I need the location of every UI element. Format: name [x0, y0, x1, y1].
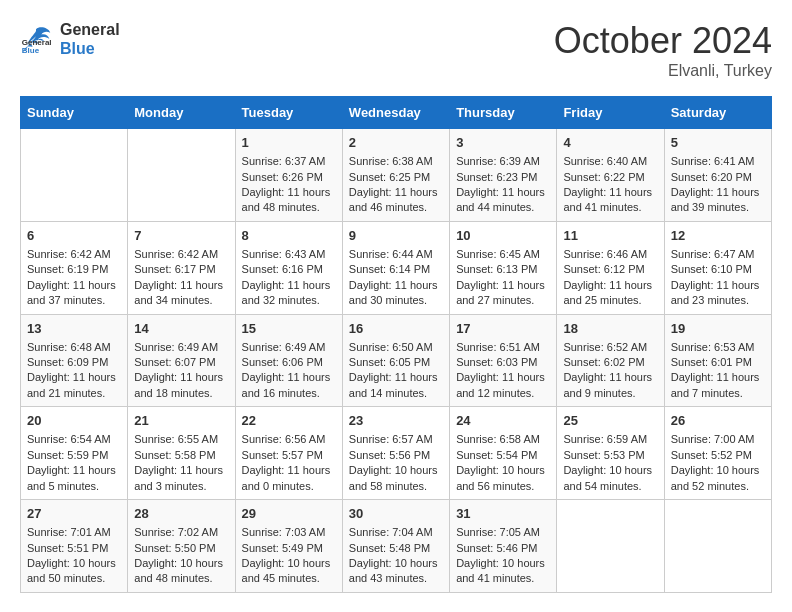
sunset: Sunset: 6:02 PM	[563, 356, 644, 368]
sunset: Sunset: 6:26 PM	[242, 171, 323, 183]
daylight: Daylight: 11 hours and 46 minutes.	[349, 186, 438, 213]
day-number: 19	[671, 320, 765, 338]
day-number: 25	[563, 412, 657, 430]
daylight: Daylight: 11 hours and 48 minutes.	[242, 186, 331, 213]
svg-text:Blue: Blue	[22, 46, 40, 53]
daylight: Daylight: 10 hours and 58 minutes.	[349, 464, 438, 491]
day-number: 6	[27, 227, 121, 245]
sunrise: Sunrise: 6:58 AM	[456, 433, 540, 445]
day-number: 17	[456, 320, 550, 338]
calendar-cell: 16Sunrise: 6:50 AMSunset: 6:05 PMDayligh…	[342, 314, 449, 407]
calendar-cell: 15Sunrise: 6:49 AMSunset: 6:06 PMDayligh…	[235, 314, 342, 407]
sunset: Sunset: 6:17 PM	[134, 263, 215, 275]
sunset: Sunset: 6:07 PM	[134, 356, 215, 368]
day-number: 24	[456, 412, 550, 430]
sunrise: Sunrise: 6:40 AM	[563, 155, 647, 167]
day-number: 16	[349, 320, 443, 338]
day-number: 10	[456, 227, 550, 245]
day-number: 20	[27, 412, 121, 430]
calendar-cell: 25Sunrise: 6:59 AMSunset: 5:53 PMDayligh…	[557, 407, 664, 500]
calendar-cell: 12Sunrise: 6:47 AMSunset: 6:10 PMDayligh…	[664, 221, 771, 314]
sunrise: Sunrise: 7:05 AM	[456, 526, 540, 538]
sunrise: Sunrise: 7:01 AM	[27, 526, 111, 538]
calendar-cell: 19Sunrise: 6:53 AMSunset: 6:01 PMDayligh…	[664, 314, 771, 407]
daylight: Daylight: 11 hours and 0 minutes.	[242, 464, 331, 491]
daylight: Daylight: 11 hours and 41 minutes.	[563, 186, 652, 213]
sunrise: Sunrise: 6:41 AM	[671, 155, 755, 167]
calendar-cell: 9Sunrise: 6:44 AMSunset: 6:14 PMDaylight…	[342, 221, 449, 314]
sunrise: Sunrise: 7:02 AM	[134, 526, 218, 538]
calendar-cell: 11Sunrise: 6:46 AMSunset: 6:12 PMDayligh…	[557, 221, 664, 314]
sunrise: Sunrise: 6:48 AM	[27, 341, 111, 353]
daylight: Daylight: 11 hours and 39 minutes.	[671, 186, 760, 213]
calendar-cell: 30Sunrise: 7:04 AMSunset: 5:48 PMDayligh…	[342, 500, 449, 593]
sunrise: Sunrise: 6:42 AM	[27, 248, 111, 260]
sunset: Sunset: 5:57 PM	[242, 449, 323, 461]
calendar-cell: 22Sunrise: 6:56 AMSunset: 5:57 PMDayligh…	[235, 407, 342, 500]
daylight: Daylight: 10 hours and 48 minutes.	[134, 557, 223, 584]
sunset: Sunset: 6:14 PM	[349, 263, 430, 275]
calendar-cell: 1Sunrise: 6:37 AMSunset: 6:26 PMDaylight…	[235, 129, 342, 222]
day-number: 28	[134, 505, 228, 523]
daylight: Daylight: 10 hours and 50 minutes.	[27, 557, 116, 584]
day-number: 15	[242, 320, 336, 338]
calendar-cell: 26Sunrise: 7:00 AMSunset: 5:52 PMDayligh…	[664, 407, 771, 500]
daylight: Daylight: 11 hours and 25 minutes.	[563, 279, 652, 306]
sunset: Sunset: 5:50 PM	[134, 542, 215, 554]
day-number: 21	[134, 412, 228, 430]
day-number: 8	[242, 227, 336, 245]
calendar-cell	[128, 129, 235, 222]
sunrise: Sunrise: 6:51 AM	[456, 341, 540, 353]
daylight: Daylight: 11 hours and 12 minutes.	[456, 371, 545, 398]
sunset: Sunset: 5:51 PM	[27, 542, 108, 554]
calendar-cell: 21Sunrise: 6:55 AMSunset: 5:58 PMDayligh…	[128, 407, 235, 500]
sunset: Sunset: 6:01 PM	[671, 356, 752, 368]
sunrise: Sunrise: 7:04 AM	[349, 526, 433, 538]
calendar-cell: 24Sunrise: 6:58 AMSunset: 5:54 PMDayligh…	[450, 407, 557, 500]
calendar-cell	[664, 500, 771, 593]
day-number: 1	[242, 134, 336, 152]
day-number: 9	[349, 227, 443, 245]
calendar-cell: 18Sunrise: 6:52 AMSunset: 6:02 PMDayligh…	[557, 314, 664, 407]
sunrise: Sunrise: 6:44 AM	[349, 248, 433, 260]
sunset: Sunset: 5:48 PM	[349, 542, 430, 554]
sunset: Sunset: 6:22 PM	[563, 171, 644, 183]
sunset: Sunset: 5:59 PM	[27, 449, 108, 461]
calendar-cell: 13Sunrise: 6:48 AMSunset: 6:09 PMDayligh…	[21, 314, 128, 407]
sunrise: Sunrise: 6:50 AM	[349, 341, 433, 353]
daylight: Daylight: 11 hours and 5 minutes.	[27, 464, 116, 491]
sunset: Sunset: 6:16 PM	[242, 263, 323, 275]
col-header-monday: Monday	[128, 97, 235, 129]
daylight: Daylight: 11 hours and 23 minutes.	[671, 279, 760, 306]
col-header-tuesday: Tuesday	[235, 97, 342, 129]
sunset: Sunset: 5:49 PM	[242, 542, 323, 554]
calendar-cell: 28Sunrise: 7:02 AMSunset: 5:50 PMDayligh…	[128, 500, 235, 593]
logo-bird-icon: General Blue	[20, 25, 52, 53]
daylight: Daylight: 11 hours and 30 minutes.	[349, 279, 438, 306]
calendar-cell: 29Sunrise: 7:03 AMSunset: 5:49 PMDayligh…	[235, 500, 342, 593]
sunset: Sunset: 6:13 PM	[456, 263, 537, 275]
sunset: Sunset: 6:23 PM	[456, 171, 537, 183]
day-number: 31	[456, 505, 550, 523]
calendar-cell	[21, 129, 128, 222]
sunrise: Sunrise: 6:37 AM	[242, 155, 326, 167]
daylight: Daylight: 10 hours and 43 minutes.	[349, 557, 438, 584]
calendar-cell: 20Sunrise: 6:54 AMSunset: 5:59 PMDayligh…	[21, 407, 128, 500]
sunset: Sunset: 5:56 PM	[349, 449, 430, 461]
col-header-wednesday: Wednesday	[342, 97, 449, 129]
sunrise: Sunrise: 6:52 AM	[563, 341, 647, 353]
sunset: Sunset: 5:46 PM	[456, 542, 537, 554]
sunrise: Sunrise: 6:38 AM	[349, 155, 433, 167]
col-header-saturday: Saturday	[664, 97, 771, 129]
page-header: General Blue General Blue October 2024 E…	[20, 20, 772, 80]
day-number: 14	[134, 320, 228, 338]
sunrise: Sunrise: 6:49 AM	[242, 341, 326, 353]
day-number: 18	[563, 320, 657, 338]
day-number: 30	[349, 505, 443, 523]
sunrise: Sunrise: 6:46 AM	[563, 248, 647, 260]
sunset: Sunset: 5:58 PM	[134, 449, 215, 461]
daylight: Daylight: 11 hours and 9 minutes.	[563, 371, 652, 398]
daylight: Daylight: 11 hours and 3 minutes.	[134, 464, 223, 491]
col-header-thursday: Thursday	[450, 97, 557, 129]
calendar-cell: 14Sunrise: 6:49 AMSunset: 6:07 PMDayligh…	[128, 314, 235, 407]
